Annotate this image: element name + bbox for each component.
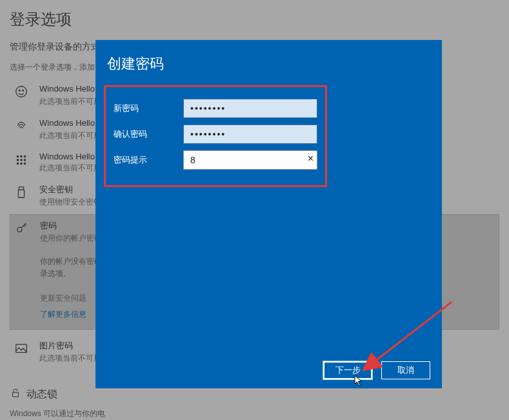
- password-hint-label: 密码提示: [114, 154, 183, 166]
- new-password-label: 新密码: [114, 103, 183, 114]
- cancel-button[interactable]: 取消: [381, 361, 430, 379]
- confirm-password-label: 确认密码: [114, 128, 183, 140]
- password-hint-input[interactable]: [183, 150, 317, 170]
- modal-button-row: 下一步 取消: [323, 361, 430, 379]
- highlighted-form-area: 新密码 确认密码 密码提示 ×: [104, 85, 327, 187]
- confirm-password-input[interactable]: [183, 125, 317, 144]
- row-confirm-password: 确认密码: [114, 125, 317, 144]
- row-password-hint: 密码提示 ×: [114, 150, 317, 170]
- clear-hint-icon[interactable]: ×: [308, 153, 314, 165]
- row-new-password: 新密码: [114, 99, 317, 118]
- next-button[interactable]: 下一步: [323, 361, 372, 379]
- new-password-input[interactable]: [183, 99, 317, 118]
- modal-title: 创建密码: [107, 54, 430, 74]
- create-password-modal: 创建密码 新密码 确认密码 密码提示 × 下一步 取消: [95, 40, 442, 388]
